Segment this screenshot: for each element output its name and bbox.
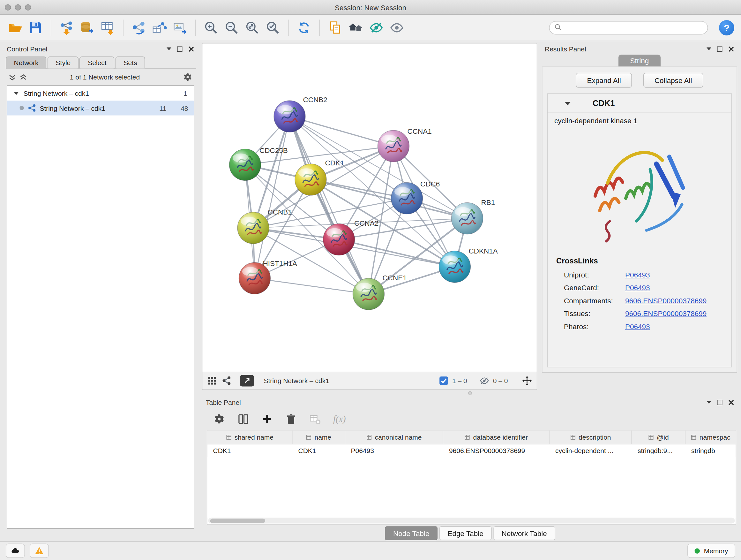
- help-button[interactable]: ?: [719, 20, 734, 36]
- collapse-all-button[interactable]: Collapse All: [643, 73, 703, 88]
- scrollbar-thumb[interactable]: [210, 518, 266, 523]
- panel-close-icon[interactable]: [728, 399, 735, 406]
- cell-shared-name[interactable]: CDK1: [207, 444, 293, 457]
- warnings-button[interactable]: [30, 544, 49, 558]
- hide-selected-icon[interactable]: [368, 20, 385, 36]
- cell-id[interactable]: stringdb:9...: [632, 444, 685, 457]
- home-networks-icon[interactable]: [347, 20, 364, 36]
- network-canvas[interactable]: CCNB2CCNA1CDC25BCDK1CDC6RB1CCNB1CCNA2CDK…: [203, 44, 537, 372]
- right-area: CCNB2CCNA1CDC25BCDK1CDC6RB1CCNB1CCNA2CDK…: [202, 43, 738, 541]
- tab-node-table[interactable]: Node Table: [385, 526, 437, 540]
- toolbar-separator: [288, 20, 289, 36]
- cell-name[interactable]: CDK1: [293, 444, 345, 457]
- node-label: CDC6: [420, 180, 440, 188]
- tab-edge-table[interactable]: Edge Table: [440, 526, 491, 540]
- import-table-icon[interactable]: [99, 20, 116, 36]
- column-header[interactable]: canonical name: [345, 431, 444, 444]
- delete-table-icon[interactable]: [309, 414, 321, 425]
- network-row-selected[interactable]: String Network – cdk1 11 48: [7, 101, 194, 116]
- zoom-out-icon[interactable]: [224, 20, 240, 36]
- show-all-icon[interactable]: [389, 20, 405, 36]
- crosslink-link-compartments[interactable]: 9606.ENSP00000378699: [625, 297, 706, 305]
- selected-counts: 1 – 0: [452, 377, 467, 385]
- refresh-icon[interactable]: [296, 20, 312, 36]
- copy-document-icon[interactable]: [327, 20, 343, 36]
- tab-sets[interactable]: Sets: [116, 57, 145, 69]
- import-network-file-icon[interactable]: [58, 20, 75, 36]
- crosslink-link-genecard[interactable]: P06493: [625, 284, 650, 292]
- cell-canonical-name[interactable]: P06493: [345, 444, 444, 457]
- panel-collapse-icon[interactable]: [706, 48, 711, 51]
- pan-crosshair-icon[interactable]: [522, 376, 532, 386]
- search-box[interactable]: [549, 21, 708, 35]
- string-network-icon: [28, 104, 36, 112]
- cell-namespace[interactable]: stringdb: [685, 444, 736, 457]
- crosslink-link-pharos[interactable]: P06493: [625, 322, 650, 331]
- tab-network-table[interactable]: Network Table: [493, 526, 555, 540]
- selected-checkbox-icon[interactable]: [439, 376, 448, 386]
- tab-network[interactable]: Network: [6, 57, 47, 69]
- panel-float-icon[interactable]: [177, 46, 183, 52]
- zoom-fit-icon[interactable]: [244, 20, 260, 36]
- export-view-button[interactable]: [240, 375, 254, 387]
- delete-column-trash-icon[interactable]: [285, 414, 297, 425]
- tab-style[interactable]: Style: [48, 57, 79, 69]
- column-header[interactable]: shared name: [207, 431, 293, 444]
- column-header[interactable]: @id: [632, 431, 685, 444]
- birds-eye-grid-icon[interactable]: [207, 376, 217, 386]
- tree-disclosure-icon[interactable]: [14, 91, 19, 95]
- import-network-database-icon[interactable]: [79, 20, 95, 36]
- cell-description[interactable]: cyclin-dependent ...: [549, 444, 632, 457]
- cytoscape-window: Session: New Session ?: [0, 0, 741, 560]
- export-image-icon[interactable]: [172, 20, 188, 36]
- cloud-status-button[interactable]: [6, 544, 25, 558]
- zoom-selected-icon[interactable]: [265, 20, 281, 36]
- save-session-icon[interactable]: [27, 20, 44, 36]
- clone-network-icon[interactable]: [131, 20, 147, 36]
- hidden-eye-slash-icon[interactable]: [480, 376, 489, 386]
- collection-label: String Network – cdk1: [23, 89, 179, 97]
- toolbar-separator: [123, 20, 124, 36]
- expand-all-button[interactable]: Expand All: [576, 73, 632, 88]
- gene-details-card: CDK1 cyclin-dependent kinase 1: [547, 94, 732, 368]
- collection-count: 1: [184, 89, 187, 97]
- column-header[interactable]: description: [549, 431, 632, 444]
- crosslink-link-uniprot[interactable]: P06493: [625, 271, 650, 279]
- results-tab-string[interactable]: String: [619, 55, 661, 67]
- function-builder-icon[interactable]: f(x): [333, 414, 346, 424]
- network-label: String Network – cdk1: [40, 104, 156, 112]
- crosslink-label: Uniprot:: [564, 271, 625, 279]
- table-settings-gear-icon[interactable]: [213, 414, 225, 425]
- panel-float-icon[interactable]: [717, 46, 723, 52]
- zoom-in-icon[interactable]: [203, 20, 219, 36]
- network-share-icon[interactable]: [222, 376, 231, 386]
- column-header[interactable]: name: [293, 431, 345, 444]
- network-collection-row[interactable]: String Network – cdk1 1: [7, 86, 194, 101]
- memory-button[interactable]: Memory: [688, 544, 735, 558]
- panel-close-icon[interactable]: [188, 46, 195, 52]
- panel-collapse-icon[interactable]: [166, 48, 172, 51]
- panel-collapse-icon[interactable]: [706, 401, 711, 404]
- add-column-icon[interactable]: [261, 414, 273, 425]
- network-graph: CCNB2CCNA1CDC25BCDK1CDC6RB1CCNB1CCNA2CDK…: [203, 44, 536, 372]
- horizontal-splitter[interactable]: [202, 390, 738, 396]
- expand-all-icon[interactable]: [20, 73, 27, 81]
- panel-close-icon[interactable]: [728, 46, 735, 52]
- crosslink-link-tissues[interactable]: 9606.ENSP00000378699: [625, 309, 706, 318]
- search-input[interactable]: [564, 23, 703, 32]
- table-row[interactable]: CDK1 CDK1 P06493 9606.ENSP00000378699 cy…: [207, 444, 736, 457]
- collapse-all-icon[interactable]: [9, 73, 16, 81]
- node-table: shared name name canonical name database…: [207, 430, 736, 525]
- open-session-icon[interactable]: [7, 20, 23, 36]
- horizontal-scrollbar[interactable]: [208, 518, 735, 523]
- network-from-table-icon[interactable]: [151, 20, 167, 36]
- show-columns-icon[interactable]: [238, 414, 249, 425]
- tab-select[interactable]: Select: [80, 57, 115, 69]
- column-header[interactable]: namespac: [685, 431, 736, 444]
- table-panel-title: Table Panel: [206, 398, 241, 406]
- gene-disclosure-icon[interactable]: [565, 102, 570, 105]
- network-options-gear-icon[interactable]: [183, 72, 192, 82]
- panel-float-icon[interactable]: [717, 400, 723, 405]
- cell-database-identifier[interactable]: 9606.ENSP00000378699: [443, 444, 549, 457]
- column-header[interactable]: database identifier: [443, 431, 549, 444]
